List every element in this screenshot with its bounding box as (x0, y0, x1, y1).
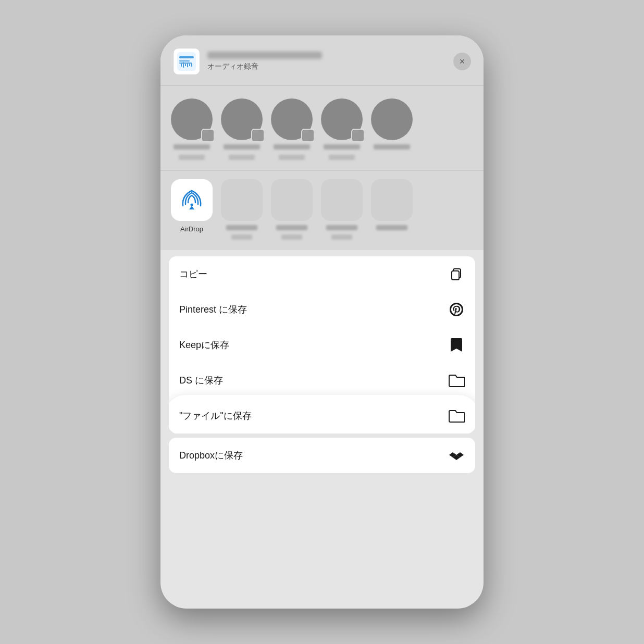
people-section (160, 86, 484, 170)
action-dropbox[interactable]: Dropboxに保存 (169, 438, 475, 473)
svg-point-10 (191, 204, 193, 206)
person-1[interactable] (171, 98, 213, 160)
phone-frame: オーディオ録音 × (160, 35, 484, 609)
app-label-blur (276, 225, 307, 230)
app-5[interactable] (371, 179, 413, 240)
actions-list: コピー Pinterest に保存 (169, 256, 475, 434)
airdrop-label: AirDrop (180, 225, 203, 233)
person-name-blur (274, 144, 310, 150)
person-avatar (171, 98, 213, 140)
person-name2-blur (279, 155, 305, 160)
person-name2-blur (229, 155, 255, 160)
app-3[interactable] (271, 179, 313, 240)
person-name-blur (324, 144, 360, 150)
pinterest-icon (448, 301, 465, 318)
app-label-blur2 (231, 234, 252, 240)
action-keep[interactable]: Keepに保存 (169, 327, 475, 363)
bookmark-icon (448, 337, 465, 353)
action-copy-label: コピー (179, 268, 207, 280)
action-pinterest-label: Pinterest に保存 (179, 303, 247, 316)
svg-rect-12 (452, 271, 459, 280)
person-avatar (371, 98, 413, 140)
app-icon-4 (321, 179, 363, 221)
action-ds[interactable]: DS に保存 (169, 363, 475, 398)
action-dropbox-label: Dropboxに保存 (179, 449, 243, 462)
person-name2-blur (329, 155, 355, 160)
app-4[interactable] (321, 179, 363, 240)
app-label-blur2 (331, 234, 352, 240)
file-info-area: オーディオ録音 (173, 48, 322, 75)
actions-container: コピー Pinterest に保存 (160, 250, 484, 484)
svg-rect-2 (179, 60, 190, 61)
person-name-blur (374, 144, 410, 150)
action-pinterest[interactable]: Pinterest に保存 (169, 292, 475, 327)
person-5[interactable] (371, 98, 413, 160)
airdrop-icon-box (171, 179, 213, 221)
person-4[interactable] (321, 98, 363, 160)
share-header: オーディオ録音 × (160, 35, 484, 86)
svg-rect-1 (179, 56, 194, 58)
file-subtitle: オーディオ録音 (207, 62, 322, 71)
dropbox-icon (448, 447, 465, 464)
folder-icon-ds (448, 372, 465, 389)
app-label-blur (326, 225, 357, 230)
person-badge (351, 129, 365, 142)
app-label-blur2 (281, 234, 302, 240)
app-label-blur (226, 225, 257, 230)
person-name-blur (224, 144, 260, 150)
app-2[interactable] (221, 179, 263, 240)
person-3[interactable] (271, 98, 313, 160)
folder-icon-files (448, 407, 465, 424)
person-avatar (221, 98, 263, 140)
person-name-blur (174, 144, 210, 150)
app-airdrop[interactable]: AirDrop (171, 179, 213, 240)
action-files-label: "ファイル"に保存 (179, 410, 252, 422)
action-copy[interactable]: コピー (169, 256, 475, 292)
person-2[interactable] (221, 98, 263, 160)
action-ds-label: DS に保存 (179, 374, 223, 387)
person-name2-blur (179, 155, 205, 160)
app-icon-5 (371, 179, 413, 221)
app-icon-2 (221, 179, 263, 221)
app-icon-3 (271, 179, 313, 221)
app-label-blur (376, 225, 407, 230)
copy-icon (448, 266, 465, 282)
person-avatar (271, 98, 313, 140)
apps-section: AirDrop (160, 170, 484, 250)
close-button[interactable]: × (453, 53, 471, 70)
person-badge (301, 129, 315, 142)
action-files[interactable]: "ファイル"に保存 (169, 398, 475, 434)
person-badge (251, 129, 265, 142)
person-avatar (321, 98, 363, 140)
person-badge (201, 129, 215, 142)
file-title-blurred (207, 52, 322, 59)
action-keep-label: Keepに保存 (179, 339, 229, 351)
file-icon (173, 48, 200, 75)
file-details: オーディオ録音 (207, 52, 322, 71)
